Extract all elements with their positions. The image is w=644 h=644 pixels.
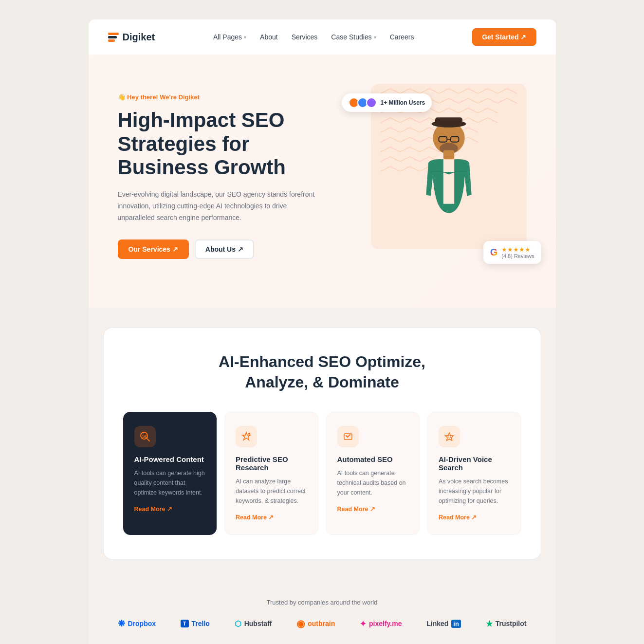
brand-name: Digiket (123, 32, 155, 43)
hero-description: Ever-evolving digital landscape, our SEO… (118, 189, 322, 223)
svg-rect-7 (443, 150, 454, 160)
service-card-2: Predictive SEO Research AI can analyze l… (224, 412, 318, 535)
services-title: AI-Enhanced SEO Optimize,Analyze, & Domi… (123, 352, 521, 392)
navbar: Digiket All Pages ▾ About Services Case … (89, 19, 556, 55)
service-icon-1: SE (134, 426, 156, 447)
service-name-1: AI-Powered Content (134, 455, 206, 463)
trusted-label: Trusted by companies around the world (118, 599, 527, 606)
linkedin-icon: in (451, 620, 461, 628)
brand-trustpilot: ★ Trustpilot (486, 619, 527, 628)
avatar-3 (366, 97, 377, 108)
service-card-3: Automated SEO AI tools can generate tech… (326, 412, 420, 535)
nav-careers[interactable]: Careers (385, 30, 419, 44)
review-count: (4.8) Reviews (501, 253, 534, 259)
read-more-1[interactable]: Read More ↗ (134, 505, 206, 513)
svg-point-11 (248, 433, 250, 435)
star-rating: ★★★★★ (501, 246, 534, 253)
trustpilot-label: Trustpilot (496, 620, 527, 627)
brand-hubstaff: ⬡ Hubstaff (235, 619, 272, 628)
page-wrapper: Digiket All Pages ▾ About Services Case … (89, 19, 556, 644)
hero-image-area: 1+ Million Users G ★★★★★ (4.8) Reviews (351, 84, 527, 269)
outbrain-label: outbrain (308, 620, 335, 627)
nav-about[interactable]: About (255, 30, 283, 44)
outbrain-icon: ◉ (296, 618, 305, 629)
service-card-4: AI-Driven Voice Search As voice search b… (427, 412, 521, 535)
pixelfy-label: pixelfy.me (369, 620, 402, 627)
service-icon-3 (337, 426, 359, 447)
pixelfy-icon: ✦ (360, 619, 366, 628)
service-name-3: Automated SEO (337, 455, 409, 463)
service-card-1: SE AI-Powered Content AI tools can gener… (123, 412, 217, 535)
linkedin-label: Linked (426, 620, 448, 627)
hero-buttons: Our Services ↗ About Us ↗ (118, 239, 322, 259)
trustpilot-icon: ★ (486, 619, 493, 628)
service-desc-3: AI tools can generate technical audits b… (337, 468, 409, 497)
read-more-3[interactable]: Read More ↗ (337, 505, 409, 513)
dropbox-label: Dropbox (128, 620, 156, 627)
google-rating-badge: G ★★★★★ (4.8) Reviews (483, 241, 541, 264)
brand-dropbox: ❋ Dropbox (118, 618, 156, 629)
our-services-button[interactable]: Our Services ↗ (118, 239, 189, 259)
dropbox-icon: ❋ (118, 618, 125, 629)
services-grid: SE AI-Powered Content AI tools can gener… (123, 412, 521, 535)
hero-section: 👋 Hey there! We're Digiket High-Impact S… (89, 55, 556, 308)
about-us-button[interactable]: About Us ↗ (195, 239, 254, 259)
svg-point-13 (448, 435, 451, 438)
brand-trello: T Trello (181, 620, 210, 627)
services-section: AI-Enhanced SEO Optimize,Analyze, & Domi… (103, 327, 541, 560)
rating-info: ★★★★★ (4.8) Reviews (501, 246, 534, 259)
hero-person-svg (400, 113, 497, 249)
svg-rect-2 (435, 117, 462, 126)
svg-text:SE: SE (142, 434, 148, 439)
logo: Digiket (108, 32, 155, 43)
brand-linkedin: Linked in (426, 620, 461, 628)
nav-case-studies[interactable]: Case Studies ▾ (326, 30, 381, 44)
read-more-2[interactable]: Read More ↗ (236, 514, 307, 521)
trello-icon: T (181, 620, 189, 627)
service-desc-1: AI tools can generate high quality conte… (134, 468, 206, 497)
service-name-2: Predictive SEO Research (236, 455, 307, 472)
google-icon: G (490, 247, 498, 258)
hero-title: High-Impact SEO Strategies for Business … (118, 109, 322, 179)
hubstaff-icon: ⬡ (235, 619, 241, 628)
service-desc-2: AI can analyze large datasets to predict… (236, 477, 307, 506)
nav-services[interactable]: Services (287, 30, 323, 44)
nav-all-pages[interactable]: All Pages ▾ (208, 30, 251, 44)
trello-label: Trello (192, 620, 210, 627)
trusted-logos: ❋ Dropbox T Trello ⬡ Hubstaff ◉ outbrain… (118, 618, 527, 629)
hubstaff-label: Hubstaff (244, 620, 272, 627)
nav-links: All Pages ▾ About Services Case Studies … (208, 30, 419, 44)
hero-content: 👋 Hey there! We're Digiket High-Impact S… (118, 93, 322, 258)
service-icon-2 (236, 426, 257, 447)
service-name-4: AI-Driven Voice Search (439, 455, 510, 472)
get-started-button[interactable]: Get Started ↗ (472, 28, 536, 46)
users-badge: 1+ Million Users (342, 93, 432, 112)
hero-badge: 👋 Hey there! We're Digiket (118, 93, 322, 101)
read-more-4[interactable]: Read More ↗ (439, 514, 510, 521)
brand-outbrain: ◉ outbrain (296, 618, 335, 629)
logo-icon (108, 33, 119, 42)
chevron-down-icon-2: ▾ (374, 35, 376, 40)
trusted-section: Trusted by companies around the world ❋ … (89, 579, 556, 644)
brand-pixelfy: ✦ pixelfy.me (360, 619, 402, 628)
service-desc-4: As voice search becomes increasingly pop… (439, 477, 510, 506)
user-avatars (349, 97, 377, 108)
chevron-down-icon: ▾ (244, 35, 246, 40)
users-count: 1+ Million Users (381, 99, 425, 106)
service-icon-4 (439, 426, 460, 447)
